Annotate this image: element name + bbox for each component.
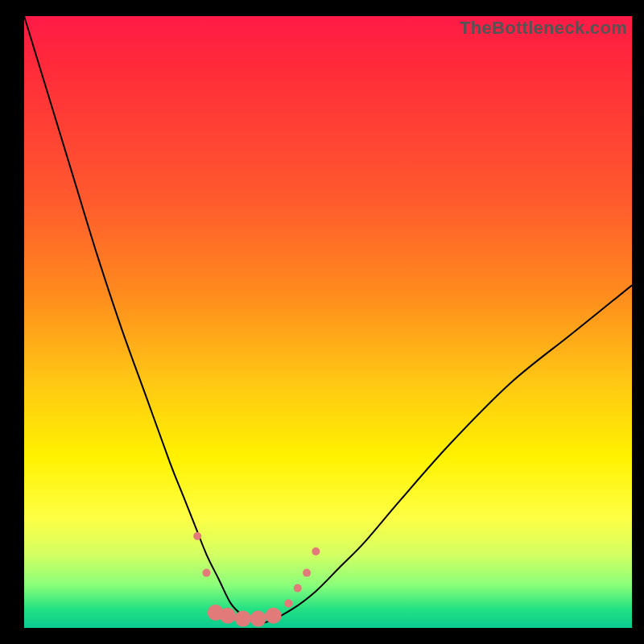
data-marker (312, 547, 320, 555)
data-marker (235, 611, 251, 627)
data-marker (294, 584, 302, 592)
data-marker (303, 569, 311, 577)
data-marker (193, 532, 201, 540)
data-marker (220, 608, 236, 624)
data-marker (266, 608, 282, 624)
bottleneck-curve (24, 16, 632, 628)
chart-frame: TheBottleneck.com (24, 16, 632, 628)
curve-path (24, 16, 632, 623)
data-marker (250, 611, 266, 627)
data-marker (203, 569, 211, 577)
data-marker (284, 600, 292, 608)
watermark-text: TheBottleneck.com (460, 18, 627, 39)
